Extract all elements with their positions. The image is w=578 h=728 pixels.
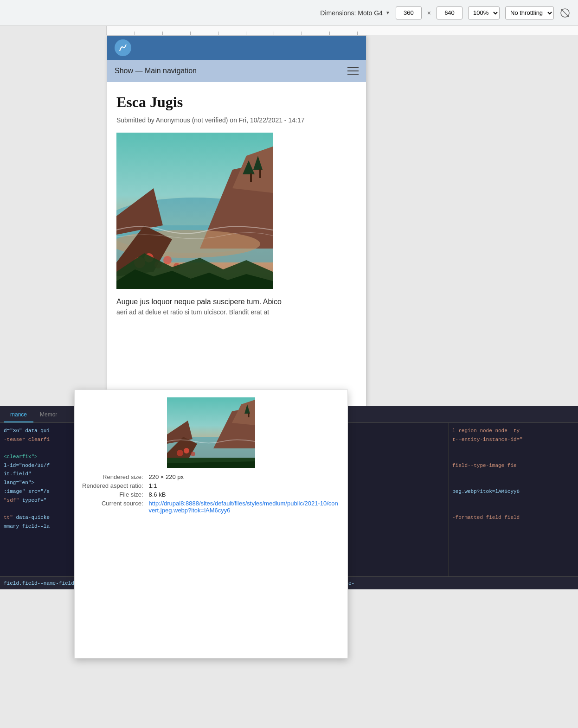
dimensions-selector[interactable]: Dimensions: Moto G4 ▼ bbox=[320, 9, 390, 17]
code-line bbox=[452, 453, 574, 461]
code-line bbox=[452, 479, 574, 487]
nav-label: Show — Main navigation bbox=[115, 67, 197, 75]
preview-info-table: Rendered size: 220 × 220 px Rendered asp… bbox=[82, 473, 340, 514]
article-body: Augue jus loquor neque pala suscipere tu… bbox=[116, 296, 357, 307]
svg-rect-11 bbox=[259, 169, 261, 178]
code-line: l-region node node--ty bbox=[452, 427, 574, 435]
svg-line-1 bbox=[561, 9, 569, 17]
zoom-select[interactable]: 100% 75% 50% bbox=[468, 6, 500, 19]
code-line: mmary field--la bbox=[4, 522, 71, 531]
ruler-corner bbox=[0, 26, 107, 35]
hamburger-menu-icon[interactable] bbox=[347, 67, 359, 75]
mobile-app-header bbox=[107, 36, 366, 60]
hamburger-line-1 bbox=[347, 67, 359, 68]
code-line: <clearfix"> bbox=[4, 453, 71, 461]
code-line: t--entity-instance-id=" bbox=[452, 435, 574, 444]
hamburger-line-3 bbox=[347, 74, 359, 75]
article-title: Esca Jugis bbox=[116, 93, 357, 111]
article-image-container bbox=[116, 133, 357, 289]
mobile-nav-bar[interactable]: Show — Main navigation bbox=[107, 60, 366, 82]
height-input[interactable] bbox=[437, 6, 462, 19]
file-size-value: 8.6 kB bbox=[149, 491, 340, 498]
code-line: peg.webp?itok=lAM6cyy6 bbox=[452, 487, 574, 496]
svg-point-30 bbox=[184, 448, 189, 453]
code-line: l-id="node/36/f bbox=[4, 461, 71, 470]
dimensions-text: Dimensions: Moto G4 bbox=[320, 9, 383, 17]
svg-point-31 bbox=[191, 452, 195, 456]
devtools-toolbar: Dimensions: Moto G4 ▼ × 100% 75% 50% No … bbox=[0, 0, 578, 26]
width-input[interactable] bbox=[396, 6, 422, 19]
article-meta: Submitted by Anonymous (not verified) on… bbox=[116, 115, 357, 125]
code-line: -formatted field field bbox=[452, 513, 574, 522]
current-source-label: Current source: bbox=[82, 500, 143, 514]
code-line bbox=[452, 522, 574, 531]
code-line bbox=[452, 470, 574, 479]
viewport-row: Show — Main navigation Esca Jugis Submit… bbox=[0, 35, 578, 406]
aspect-ratio-value: 1:1 bbox=[149, 482, 340, 489]
code-line: :image" src="/s bbox=[4, 487, 71, 496]
code-line: "sdf" typeof=" bbox=[4, 496, 71, 505]
code-line: field--type-image fie bbox=[452, 461, 574, 470]
code-line: it-field" bbox=[4, 470, 71, 479]
article-body-clipped: aeri ad at delue et ratio si tum ulcisco… bbox=[116, 307, 357, 317]
code-line bbox=[452, 496, 574, 505]
preview-thumbnail bbox=[167, 397, 255, 468]
code-line bbox=[4, 444, 71, 453]
rendered-size-value: 220 × 220 px bbox=[149, 473, 340, 480]
site-logo bbox=[115, 39, 131, 56]
hamburger-line-2 bbox=[347, 70, 359, 71]
code-line bbox=[452, 504, 574, 513]
article-image bbox=[116, 133, 273, 289]
tab-memory[interactable]: Memor bbox=[33, 408, 64, 422]
svg-rect-13 bbox=[250, 173, 252, 182]
dimensions-chevron-icon: ▼ bbox=[385, 10, 390, 15]
throttle-select[interactable]: No throttling Fast 3G Slow 3G bbox=[505, 6, 554, 19]
image-preview-popup: Rendered size: 220 × 220 px Rendered asp… bbox=[74, 390, 348, 658]
dimension-separator: × bbox=[427, 9, 431, 17]
tab-performance[interactable]: mance bbox=[4, 408, 33, 422]
ruler-main bbox=[107, 26, 578, 35]
screenshot-icon[interactable] bbox=[559, 7, 571, 19]
svg-point-29 bbox=[177, 450, 183, 456]
svg-point-17 bbox=[163, 256, 172, 264]
code-column-left: d="36" data-qui -teaser clearfi <clearfi… bbox=[0, 423, 74, 576]
ruler-row bbox=[0, 26, 578, 35]
code-line: d="36" data-qui bbox=[4, 427, 71, 435]
code-line: -teaser clearfi bbox=[4, 435, 71, 444]
code-column-right: l-region node node--ty t--entity-instanc… bbox=[448, 423, 578, 576]
code-line: lang="en"> bbox=[4, 479, 71, 487]
code-line: tt" data-quicke bbox=[4, 513, 71, 522]
current-source-link[interactable]: http://drupal8:8888/sites/default/files/… bbox=[149, 500, 340, 514]
code-line bbox=[4, 504, 71, 513]
aspect-ratio-label: Rendered aspect ratio: bbox=[82, 482, 143, 489]
left-gutter bbox=[0, 35, 107, 406]
article-content: Esca Jugis Submitted by Anonymous (not v… bbox=[107, 82, 366, 328]
code-line bbox=[452, 444, 574, 453]
svg-rect-28 bbox=[248, 413, 250, 417]
mobile-preview: Show — Main navigation Esca Jugis Submit… bbox=[107, 35, 366, 406]
rendered-size-label: Rendered size: bbox=[82, 473, 143, 480]
file-size-label: File size: bbox=[82, 491, 143, 498]
